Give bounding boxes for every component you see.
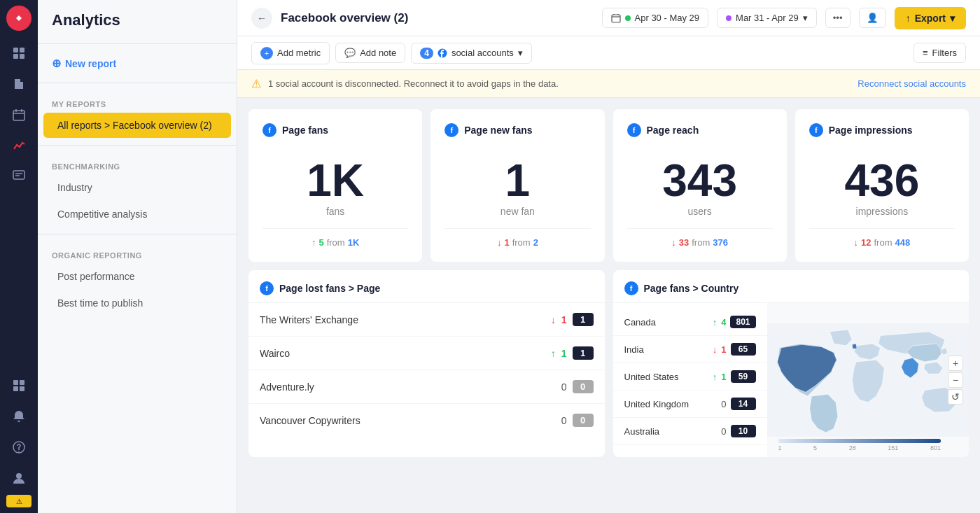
svg-point-15: [18, 451, 20, 452]
social-count-badge: 4: [420, 48, 433, 59]
date-range-comparison-label: Mar 31 - Apr 29: [736, 13, 799, 23]
change-val-impressions: 12: [861, 237, 871, 248]
country-change-val-4: 0: [721, 426, 726, 437]
plus-icon: ⊕: [52, 57, 61, 70]
sidebar-item-industry[interactable]: Industry: [43, 175, 231, 200]
nav-icon-compose[interactable]: [5, 162, 33, 190]
svg-rect-3: [13, 54, 18, 59]
metric-card-page-fans: f Page fans 1K fans ↑ 5 from 1K: [248, 109, 422, 262]
warning-text: 1 social account is disconnected. Reconn…: [268, 78, 559, 89]
country-row-0: Canada ↑ 4 801: [613, 309, 767, 336]
metric-change-reach: ↓ 33 from 376: [627, 228, 773, 248]
calendar-icon: [611, 13, 621, 23]
date-range-comparison[interactable]: Mar 31 - Apr 29 ▾: [717, 8, 817, 28]
main-content: ← Facebook overview (2) Apr 30 - May 29 …: [237, 0, 980, 513]
new-report-button[interactable]: ⊕ New report: [38, 50, 237, 77]
bottom-row: f Page lost fans > Page The Writers' Exc…: [248, 270, 969, 457]
nav-icon-bell[interactable]: [5, 402, 33, 430]
sidebar-item-competitive-analysis[interactable]: Competitive analysis: [43, 202, 231, 227]
warning-icon: ⚠: [251, 77, 261, 90]
back-button[interactable]: ←: [251, 8, 272, 29]
sidebar-item-best-time[interactable]: Best time to publish: [43, 290, 231, 316]
map-visual: + − ↺ 1 5 28: [767, 303, 969, 457]
legend-val-3: 151: [888, 444, 898, 451]
map-legend: 1 5 28 151 801: [778, 439, 941, 451]
legend-val-1: 5: [813, 444, 817, 451]
svg-rect-12: [13, 386, 18, 391]
facebook-icon-fans: f: [262, 123, 276, 137]
metric-title-reach: Page reach: [647, 125, 699, 136]
fans-country-title: Page fans > Country: [644, 283, 739, 294]
zoom-out-button[interactable]: −: [948, 372, 963, 388]
metric-label-impressions: impressions: [809, 206, 955, 217]
export-button[interactable]: ↑ Export ▾: [895, 7, 966, 29]
social-chevron-icon: ▾: [518, 48, 523, 58]
nav-icon-help[interactable]: [5, 433, 33, 461]
change-val-reach: 33: [679, 237, 689, 248]
change-from-impressions: from: [874, 237, 892, 248]
more-options-button[interactable]: •••: [825, 8, 850, 28]
icon-bar: ⚠: [0, 0, 38, 513]
change-arrow-reach: ↓: [671, 237, 676, 248]
row-change-arrow-0: ↓: [551, 314, 556, 325]
social-accounts-button[interactable]: 4 social accounts ▾: [411, 43, 532, 64]
sidebar-item-active-report[interactable]: All reports > Facebook overview (2): [43, 113, 231, 138]
nav-icon-calendar[interactable]: [5, 101, 33, 129]
app-logo: [6, 6, 31, 31]
new-report-label: New report: [65, 58, 116, 69]
svg-rect-11: [20, 380, 24, 385]
reset-map-button[interactable]: ↺: [948, 389, 963, 405]
date-range-primary[interactable]: Apr 30 - May 29: [602, 8, 709, 28]
filter-icon: ≡: [923, 48, 928, 58]
nav-icon-reports[interactable]: [5, 70, 33, 98]
legend-labels: 1 5 28 151 801: [778, 444, 941, 451]
metric-change-new-fans: ↓ 1 from 2: [444, 228, 590, 248]
table-row: Wairco ↑ 1 1: [248, 337, 605, 370]
nav-icon-user[interactable]: [5, 464, 33, 492]
sidebar-title: Analytics: [38, 0, 237, 38]
filters-button[interactable]: ≡ Filters: [913, 43, 966, 63]
nav-icon-analytics[interactable]: [5, 132, 33, 160]
industry-label: Industry: [57, 182, 92, 193]
metric-title-impressions: Page impressions: [829, 125, 913, 136]
chevron-down-icon: ▾: [803, 13, 808, 23]
metric-title-fans: Page fans: [282, 125, 328, 136]
metric-card-reach: f Page reach 343 users ↓ 33 from 376: [613, 109, 787, 262]
row-change-val-1: 1: [561, 348, 567, 359]
country-badge-3: 14: [731, 398, 756, 410]
post-performance-label: Post performance: [57, 271, 135, 282]
legend-val-2: 28: [849, 444, 856, 451]
country-change-arrow-2: ↑: [713, 372, 718, 382]
fans-country-card: f Page fans > Country Canada ↑ 4 801 Ind…: [613, 270, 969, 457]
filters-label: Filters: [932, 48, 957, 58]
change-from-val-fans: 1K: [348, 237, 360, 248]
nav-icon-dashboard[interactable]: [5, 39, 33, 67]
topbar: ← Facebook overview (2) Apr 30 - May 29 …: [237, 0, 980, 36]
table-row: Adventure.ly 0 0: [248, 370, 605, 404]
facebook-icon-impressions: f: [809, 123, 823, 137]
nav-icon-grid[interactable]: [5, 372, 33, 400]
row-badge-3: 0: [573, 414, 594, 427]
nav-icon-warning: ⚠: [6, 495, 31, 507]
share-button[interactable]: 👤: [859, 8, 886, 28]
svg-point-16: [16, 473, 22, 479]
metric-label-new-fans: new fan: [444, 206, 590, 217]
add-note-button[interactable]: 💬 Add note: [335, 43, 405, 63]
change-from-val-reach: 376: [713, 237, 728, 248]
facebook-icon-lost-fans: f: [260, 281, 274, 295]
facebook-icon-new-fans: f: [444, 123, 458, 137]
active-period-dot: [625, 15, 631, 21]
svg-rect-1: [13, 48, 18, 52]
add-metric-button[interactable]: + Add metric: [251, 42, 330, 64]
row-vals-2: 0 0: [556, 380, 594, 393]
country-badge-4: 10: [731, 425, 756, 437]
sidebar-item-post-performance[interactable]: Post performance: [43, 264, 231, 289]
reconnect-link[interactable]: Reconnect social accounts: [858, 78, 966, 89]
add-metric-icon: +: [260, 47, 273, 59]
svg-rect-13: [20, 386, 24, 391]
country-name-3: United Kingdom: [624, 399, 713, 409]
country-change-arrow-1: ↓: [713, 344, 718, 355]
metric-card-header-impressions: f Page impressions: [809, 123, 955, 137]
zoom-in-button[interactable]: +: [948, 356, 963, 371]
row-change-val-2: 0: [561, 381, 567, 393]
